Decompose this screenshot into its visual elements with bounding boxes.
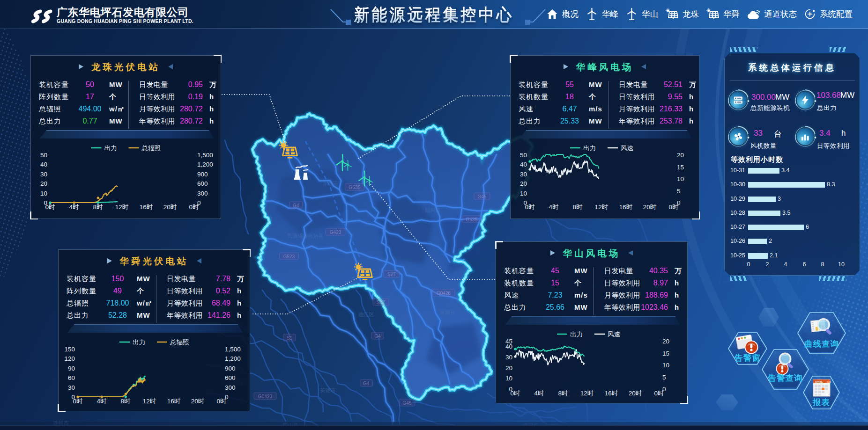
svg-text:12时: 12时 — [580, 390, 594, 397]
svg-text:10: 10 — [505, 375, 512, 382]
svg-text:G4: G4 — [363, 381, 370, 386]
svg-text:G0426: G0426 — [437, 291, 451, 296]
svg-text:总辐照: 总辐照 — [141, 145, 161, 152]
svg-text:1,200: 1,200 — [197, 161, 213, 168]
svg-text:10: 10 — [662, 362, 669, 369]
svg-text:8时: 8时 — [572, 204, 583, 211]
svg-text:风速: 风速 — [621, 145, 634, 152]
svg-text:40: 40 — [520, 161, 527, 168]
svg-text:600: 600 — [225, 374, 236, 381]
svg-text:1,200: 1,200 — [225, 355, 241, 362]
svg-text:15: 15 — [677, 164, 684, 171]
svg-text:20时: 20时 — [629, 390, 642, 397]
svg-text:G45: G45 — [403, 401, 412, 406]
svg-text:乳源瑶族自治县: 乳源瑶族自治县 — [288, 233, 324, 239]
svg-text:50: 50 — [520, 152, 527, 159]
svg-text:20时: 20时 — [163, 204, 177, 211]
svg-text:出力: 出力 — [133, 339, 145, 346]
svg-text:S27: S27 — [377, 300, 385, 305]
svg-text:600: 600 — [197, 180, 208, 187]
svg-text:20: 20 — [662, 338, 669, 345]
svg-text:风速: 风速 — [608, 331, 621, 338]
svg-text:10: 10 — [677, 175, 684, 182]
svg-text:30: 30 — [505, 354, 512, 361]
svg-text:0时: 0时 — [189, 204, 199, 211]
svg-text:300: 300 — [197, 190, 208, 197]
svg-text:20: 20 — [505, 364, 512, 372]
svg-text:16时: 16时 — [167, 398, 181, 405]
svg-text:0时: 0时 — [45, 204, 55, 211]
svg-text:G535: G535 — [466, 217, 478, 222]
svg-text:40: 40 — [40, 161, 47, 168]
svg-text:5: 5 — [662, 374, 666, 381]
svg-text:G535: G535 — [349, 185, 361, 190]
svg-text:90: 90 — [68, 365, 75, 372]
svg-text:10: 10 — [40, 190, 47, 197]
svg-text:45: 45 — [505, 338, 512, 345]
svg-text:出力: 出力 — [570, 331, 583, 338]
svg-text:16时: 16时 — [619, 204, 633, 211]
svg-text:8时: 8时 — [558, 390, 568, 397]
svg-text:0时: 0时 — [73, 398, 83, 405]
svg-text:8时: 8时 — [93, 204, 103, 211]
svg-text:8时: 8时 — [120, 398, 131, 405]
svg-text:12时: 12时 — [115, 204, 129, 211]
svg-text:4时: 4时 — [534, 390, 544, 397]
svg-text:1,500: 1,500 — [225, 346, 241, 353]
svg-text:翁源县: 翁源县 — [440, 309, 455, 315]
svg-text:30: 30 — [40, 171, 47, 178]
svg-text:曲江区: 曲江区 — [359, 312, 374, 317]
svg-text:30: 30 — [68, 384, 75, 391]
svg-text:S27: S27 — [387, 272, 396, 277]
svg-text:0时: 0时 — [510, 390, 520, 397]
svg-text:出力: 出力 — [104, 145, 117, 152]
svg-text:0时: 0时 — [216, 398, 227, 405]
svg-text:APRIL: APRIL — [815, 380, 823, 383]
svg-text:G4: G4 — [293, 203, 299, 208]
svg-text:G523: G523 — [283, 254, 295, 259]
svg-text:10: 10 — [520, 190, 527, 197]
svg-text:4时: 4时 — [69, 204, 79, 211]
svg-text:4时: 4时 — [96, 398, 107, 405]
svg-text:15: 15 — [662, 350, 669, 357]
svg-text:乐昌市: 乐昌市 — [323, 181, 339, 186]
svg-text:S1: S1 — [287, 335, 293, 341]
svg-text:60: 60 — [68, 374, 75, 381]
svg-text:12时: 12时 — [595, 204, 608, 211]
svg-text:G4: G4 — [374, 334, 381, 339]
svg-text:总辐照: 总辐照 — [170, 339, 189, 346]
svg-text:始兴县: 始兴县 — [425, 207, 441, 213]
svg-text:4时: 4时 — [549, 204, 559, 211]
svg-text:英德市: 英德市 — [320, 387, 336, 393]
svg-text:0时: 0时 — [654, 390, 664, 397]
svg-text:900: 900 — [197, 171, 208, 178]
svg-text:5: 5 — [677, 188, 681, 195]
svg-text:G45: G45 — [478, 194, 487, 199]
svg-text:出力: 出力 — [583, 145, 596, 152]
svg-text:20: 20 — [677, 152, 684, 159]
svg-text:16时: 16时 — [140, 204, 153, 211]
svg-text:150: 150 — [64, 346, 75, 353]
svg-text:20: 20 — [520, 180, 527, 187]
svg-text:50: 50 — [40, 152, 47, 159]
svg-text:1,500: 1,500 — [197, 152, 213, 159]
svg-text:G0423: G0423 — [258, 394, 272, 399]
svg-text:G423: G423 — [330, 230, 341, 235]
svg-text:20: 20 — [40, 180, 47, 187]
svg-text:12时: 12时 — [143, 398, 156, 405]
svg-text:120: 120 — [64, 355, 75, 362]
svg-text:20时: 20时 — [191, 398, 205, 405]
svg-text:30: 30 — [520, 171, 527, 178]
svg-text:0时: 0时 — [525, 204, 535, 211]
svg-text:0时: 0时 — [668, 204, 679, 211]
svg-text:16时: 16时 — [605, 390, 618, 397]
svg-text:2013: 2013 — [827, 380, 831, 383]
svg-text:300: 300 — [225, 384, 236, 391]
svg-text:20时: 20时 — [643, 204, 657, 211]
svg-text:900: 900 — [225, 365, 236, 372]
